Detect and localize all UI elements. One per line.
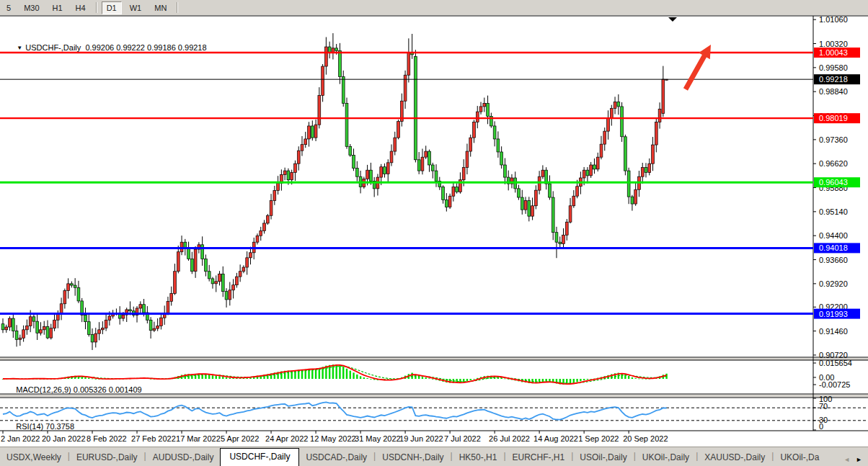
tab-usdxweekly[interactable]: USDX,Weekly xyxy=(0,449,68,466)
tab-eurusddaily[interactable]: EURUSD-,Daily xyxy=(70,449,144,466)
date-axis-label: 2 Jan 2022 xyxy=(1,434,40,443)
mt4-terminal-window: 5M30H1H4D1W1MN 1.010601.003200.995800.98… xyxy=(0,0,868,466)
toolbar-divider xyxy=(96,2,97,13)
price-axis-tick: 0.91460 xyxy=(819,327,848,336)
tab-xauusddaily[interactable]: XAUUSD-,Daily xyxy=(698,449,771,466)
tab-usdcaddaily[interactable]: USDCAD-,Daily xyxy=(299,449,373,466)
price-axis-tick: 0.94400 xyxy=(819,231,848,240)
tab-eurchfh1[interactable]: EURCHF-,H1 xyxy=(506,449,572,466)
svg-text:0.94018: 0.94018 xyxy=(819,243,848,252)
svg-text:1.00043: 1.00043 xyxy=(819,48,848,57)
price-badge: 0.91993 xyxy=(814,309,860,319)
price-badge: 0.96043 xyxy=(814,177,860,187)
price-axis-tick: 1.00320 xyxy=(819,40,848,48)
macd-axis-tick: -0.00725 xyxy=(819,380,850,389)
price-badge: 1.00043 xyxy=(814,48,860,58)
date-axis-label: 26 Jul 2022 xyxy=(489,434,530,443)
date-axis-label: 1 Sep 2022 xyxy=(578,434,619,443)
tab-usdcnhdaily[interactable]: USDCNH-,Daily xyxy=(376,449,450,466)
price-axis-tick: 0.95140 xyxy=(819,207,848,216)
price-axis-tick: 0.92920 xyxy=(819,279,848,288)
tab-ukoilda[interactable]: UKOil-,Da xyxy=(774,449,825,466)
price-badge: 0.94018 xyxy=(814,243,860,253)
tab-scroll-right-icon[interactable]: ► xyxy=(856,456,862,463)
svg-text:0.91993: 0.91993 xyxy=(819,310,848,318)
price-badge: 0.99218 xyxy=(814,74,860,84)
date-axis-label: 31 May 2022 xyxy=(355,434,401,443)
tab-ukoildaily[interactable]: UKOil-,Daily xyxy=(636,449,696,466)
pane-splitter[interactable] xyxy=(0,395,868,397)
timeframe-toolbar: 5M30H1H4D1W1MN xyxy=(0,0,868,16)
date-axis-label: 20 Jan 2022 xyxy=(42,434,86,443)
price-axis-tick: 0.93660 xyxy=(819,256,848,264)
timeframe-button-w1[interactable]: W1 xyxy=(125,1,147,14)
tab-scroll-controls: ◄► xyxy=(841,456,868,466)
date-axis-label: 8 Feb 2022 xyxy=(87,434,127,443)
price-chart-canvas[interactable]: 1.010601.003200.995800.988400.981000.973… xyxy=(0,15,868,447)
price-axis-tick: 0.99580 xyxy=(819,63,848,72)
timeframe-button-m30[interactable]: M30 xyxy=(19,1,44,14)
macd-axis-tick: 0.015654 xyxy=(819,359,852,367)
price-axis-tick: 0.98840 xyxy=(819,87,848,96)
price-axis-tick: 0.96620 xyxy=(819,159,848,168)
date-axis-label: 20 Sep 2022 xyxy=(623,434,668,443)
timeframe-button-5[interactable]: 5 xyxy=(1,1,16,14)
date-axis-label: 12 May 2022 xyxy=(310,434,356,443)
date-axis-label: 5 Apr 2022 xyxy=(221,434,259,443)
price-axis-tick: 1.01060 xyxy=(819,15,848,24)
tab-usoildaily[interactable]: USOil-,Daily xyxy=(573,449,633,466)
tab-usdchfdaily[interactable]: USDCHF-,Daily xyxy=(220,448,299,466)
timeframe-button-h4[interactable]: H4 xyxy=(71,1,91,14)
symbol-tab-bar: USDX,Weekly|EURUSD-,Daily|AUDUSD-,DailyU… xyxy=(0,447,868,466)
chart-window[interactable]: 1.010601.003200.995800.988400.981000.973… xyxy=(0,15,868,447)
tab-scroll-left-icon[interactable]: ◄ xyxy=(843,456,850,463)
chart-background xyxy=(0,15,868,447)
rsi-axis-tick: 70 xyxy=(819,402,828,411)
svg-text:0.99218: 0.99218 xyxy=(819,75,848,84)
tab-hk50h1[interactable]: HK50-,H1 xyxy=(453,449,504,466)
svg-text:0.98019: 0.98019 xyxy=(819,114,848,122)
price-axis-tick: 0.97360 xyxy=(819,135,848,144)
date-axis-label: 19 Jun 2022 xyxy=(399,434,443,443)
timeframe-button-h1[interactable]: H1 xyxy=(48,1,68,14)
toolbar-divider xyxy=(177,2,177,13)
date-axis-label: 27 Feb 2022 xyxy=(131,434,176,443)
price-badge: 0.98019 xyxy=(814,113,860,123)
svg-text:0.96043: 0.96043 xyxy=(819,178,848,187)
date-axis-label: 17 Mar 2022 xyxy=(176,434,221,443)
date-axis-label: 24 Apr 2022 xyxy=(265,434,308,443)
date-axis-label: 14 Aug 2022 xyxy=(533,434,578,443)
timeframe-button-mn[interactable]: MN xyxy=(149,1,172,14)
timeframe-button-d1[interactable]: D1 xyxy=(102,1,122,14)
date-axis-label: 7 Jul 2022 xyxy=(444,434,481,443)
rsi-axis-tick: 0 xyxy=(819,422,823,431)
tab-audusddaily[interactable]: AUDUSD-,Daily xyxy=(146,449,221,466)
